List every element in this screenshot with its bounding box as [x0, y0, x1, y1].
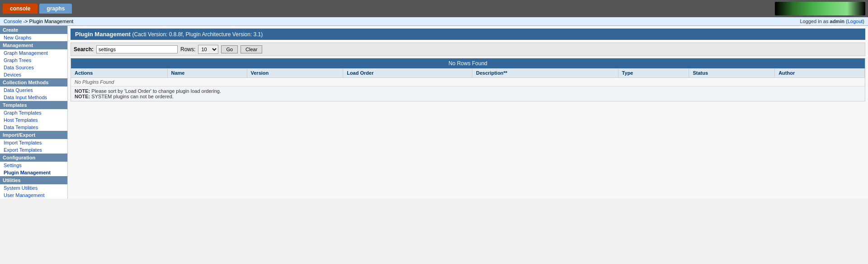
sidebar-item-devices[interactable]: Devices — [0, 71, 67, 78]
top-navigation-bar: console graphs — [0, 0, 868, 17]
note-row: NOTE: Please sort by 'Load Order' to cha… — [71, 86, 865, 101]
note-text: NOTE: SYSTEM plugins can not be ordered. — [75, 94, 861, 99]
search-row: Search: Rows: 10203050100 Go Clear — [71, 43, 865, 56]
col-header-version: Version — [247, 68, 343, 78]
col-header-type: Type — [618, 68, 689, 78]
search-input[interactable] — [96, 45, 178, 53]
console-link[interactable]: Console — [4, 19, 22, 24]
sidebar-item-graph-trees[interactable]: Graph Trees — [0, 57, 67, 64]
page-title: Plugin Management — [75, 31, 131, 38]
console-tab[interactable]: console — [3, 4, 38, 14]
logged-in-user: admin — [830, 19, 844, 24]
logout-link[interactable]: Logout — [848, 19, 863, 24]
search-label: Search: — [74, 46, 94, 53]
sidebar-section-management: Management — [0, 41, 67, 49]
sidebar-item-plugin-management[interactable]: Plugin Management — [0, 169, 67, 176]
sidebar-item-data-queries[interactable]: Data Queries — [0, 86, 67, 94]
rows-select[interactable]: 10203050100 — [198, 45, 218, 54]
sidebar-section-import-export: Import/Export — [0, 131, 67, 139]
sidebar-item-graph-management[interactable]: Graph Management — [0, 49, 67, 57]
col-header-actions: Actions — [71, 68, 167, 78]
login-info: Logged in as admin (Logout) — [800, 19, 864, 24]
sidebar-item-export-templates[interactable]: Export Templates — [0, 146, 67, 154]
plugin-table: ActionsNameVersionLoad OrderDescription*… — [71, 68, 865, 101]
clear-button[interactable]: Clear — [241, 45, 262, 53]
breadcrumb-separator: -> — [23, 19, 29, 24]
sidebar-section-create: Create — [0, 26, 67, 34]
sidebar-section-collection-methods: Collection Methods — [0, 78, 67, 86]
content-area: Plugin Management (Cacti Version: 0.8.8f… — [68, 26, 868, 199]
sidebar-item-new-graphs[interactable]: New Graphs — [0, 34, 67, 41]
breadcrumb: Console -> Plugin Management — [4, 19, 73, 24]
breadcrumb-current: Plugin Management — [29, 19, 74, 24]
note-text: NOTE: Please sort by 'Load Order' to cha… — [75, 88, 861, 94]
cacti-logo — [775, 2, 865, 15]
no-rows-bar: No Rows Found — [71, 58, 865, 68]
table-header-row: ActionsNameVersionLoad OrderDescription*… — [71, 68, 865, 78]
sidebar-item-data-sources[interactable]: Data Sources — [0, 64, 67, 71]
graphs-tab[interactable]: graphs — [39, 4, 72, 14]
sidebar-item-system-utilities[interactable]: System Utilities — [0, 184, 67, 192]
sidebar-item-import-templates[interactable]: Import Templates — [0, 139, 67, 146]
no-plugins-cell: No Plugins Found — [71, 78, 865, 86]
col-header-load-order[interactable]: Load Order — [343, 68, 472, 78]
sidebar-item-settings[interactable]: Settings — [0, 162, 67, 169]
notes-cell: NOTE: Please sort by 'Load Order' to cha… — [71, 86, 865, 101]
sidebar-item-graph-templates[interactable]: Graph Templates — [0, 109, 67, 116]
no-plugins-row: No Plugins Found — [71, 78, 865, 86]
sidebar-item-data-input-methods[interactable]: Data Input Methods — [0, 94, 67, 101]
col-header-author: Author — [775, 68, 865, 78]
logged-in-label: Logged in as — [800, 19, 830, 24]
plugin-table-container: No Rows Found ActionsNameVersionLoad Ord… — [71, 58, 865, 101]
sidebar-section-templates: Templates — [0, 101, 67, 109]
sidebar-section-configuration: Configuration — [0, 154, 67, 162]
col-header-description: Description** — [472, 68, 618, 78]
sidebar-item-user-management[interactable]: User Management — [0, 192, 67, 199]
go-button[interactable]: Go — [221, 45, 238, 53]
rows-label: Rows: — [180, 46, 195, 53]
sidebar-item-data-templates[interactable]: Data Templates — [0, 124, 67, 131]
sidebar-section-utilities: Utilities — [0, 176, 67, 184]
col-header-name: Name — [167, 68, 247, 78]
col-header-status: Status — [689, 68, 775, 78]
main-layout: CreateNew GraphsManagementGraph Manageme… — [0, 26, 868, 199]
sidebar: CreateNew GraphsManagementGraph Manageme… — [0, 26, 68, 199]
breadcrumb-bar: Console -> Plugin Management Logged in a… — [0, 17, 868, 26]
page-title-bar: Plugin Management (Cacti Version: 0.8.8f… — [71, 29, 865, 40]
page-version: (Cacti Version: 0.8.8f, Plugin Architect… — [132, 31, 263, 38]
sidebar-item-host-templates[interactable]: Host Templates — [0, 116, 67, 124]
